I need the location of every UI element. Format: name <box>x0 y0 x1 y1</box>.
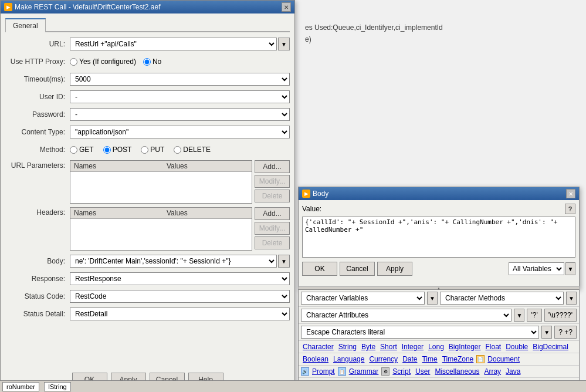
escape-chars-select[interactable]: Escape Characters literal <box>301 326 539 339</box>
type-byte[interactable]: Byte <box>360 343 377 351</box>
char-vars-select[interactable]: Character Variables <box>301 292 425 305</box>
body-select[interactable]: ne': 'DriftCenter Main','sessionId': "+ … <box>70 255 277 268</box>
headers-modify-button[interactable]: Modify... <box>255 222 290 235</box>
body-textarea[interactable]: {'callId': "+ SessionId +",'anis': "+ Ca… <box>302 217 575 258</box>
type-date[interactable]: Date <box>401 355 419 363</box>
type-document-item[interactable]: 📄 Document <box>476 355 521 363</box>
method-get-input[interactable] <box>70 146 77 154</box>
type-short[interactable]: Short <box>378 343 399 351</box>
headers-area: Headers: Names Values Add... Modify... D… <box>5 207 290 251</box>
body-value-row: Value: ? <box>302 204 575 214</box>
body-label: Body: <box>5 257 70 265</box>
body-apply-button[interactable]: Apply <box>377 262 412 276</box>
type-timezone[interactable]: TimeZone <box>441 355 476 363</box>
statuscode-row: Status Code: RestCode <box>5 289 290 303</box>
document-icon: 📄 <box>476 355 485 363</box>
status-item-1: roNumber <box>2 382 39 391</box>
type-array[interactable]: Array <box>482 367 503 376</box>
type-prompt[interactable]: Prompt <box>310 367 337 376</box>
proxy-no-radio[interactable]: No <box>143 58 161 66</box>
type-user[interactable]: User <box>414 367 432 376</box>
proxy-yes-input[interactable] <box>70 58 77 66</box>
proxy-no-input[interactable] <box>143 58 151 66</box>
type-long[interactable]: Long <box>426 343 446 351</box>
type-bigdecimal[interactable]: BigDecimal <box>531 343 570 351</box>
body-cancel-button[interactable]: Cancel <box>340 262 375 276</box>
type-grammar[interactable]: Grammar <box>347 367 381 376</box>
body-dialog-close-button[interactable]: ✕ <box>566 189 575 198</box>
unicode-mark-button[interactable]: '\u????' <box>544 309 577 322</box>
type-biginteger[interactable]: BigInteger <box>447 343 483 351</box>
char-methods-expand[interactable]: ▼ <box>566 292 577 305</box>
headers-col1-header: Names <box>70 208 163 219</box>
timeout-row: Timeout(ms): 5000 <box>5 72 290 86</box>
type-string[interactable]: String <box>337 343 358 351</box>
urlparams-delete-button[interactable]: Delete <box>255 190 290 202</box>
status-bar: roNumber IString <box>0 380 586 392</box>
headers-table: Names Values <box>70 208 252 219</box>
urlparams-add-button[interactable]: Add... <box>255 160 290 173</box>
type-integer[interactable]: Integer <box>400 343 425 351</box>
operators-button[interactable]: ? +? <box>554 326 577 339</box>
type-prompt-item[interactable]: 🔊 Prompt <box>301 367 337 376</box>
proxy-yes-radio[interactable]: Yes (If configured) <box>70 58 136 66</box>
body-expand-button[interactable]: ▼ <box>278 255 290 268</box>
char-methods-select[interactable]: Character Methods <box>440 292 564 305</box>
type-float[interactable]: Float <box>484 343 503 351</box>
type-document[interactable]: Document <box>486 355 521 363</box>
titlebar-left: ▶ Make REST Call - \default\DriftCenterT… <box>4 3 161 11</box>
userid-select[interactable]: - <box>70 90 290 103</box>
allvars-select[interactable]: All Variables <box>509 262 564 275</box>
method-get-radio[interactable]: GET <box>70 146 94 154</box>
timeout-select[interactable]: 5000 <box>70 73 290 86</box>
type-time[interactable]: Time <box>420 355 439 363</box>
type-miscellaneous[interactable]: Miscellaneous <box>433 367 481 376</box>
response-control: RestResponse <box>70 272 290 285</box>
type-double[interactable]: Double <box>504 343 530 351</box>
proxy-no-label: No <box>153 58 161 66</box>
method-delete-radio[interactable]: DELETE <box>174 146 211 154</box>
body-help-button[interactable]: ? <box>565 204 575 214</box>
method-post-radio[interactable]: POST <box>103 146 132 154</box>
body-titlebar-left: ▶ Body <box>302 190 328 198</box>
proxy-radio-group: Yes (If configured) No <box>70 58 161 66</box>
char-attrs-expand[interactable]: ▼ <box>514 309 524 322</box>
prompt-icon: 🔊 <box>301 367 309 376</box>
method-put-input[interactable] <box>141 146 148 154</box>
type-grammar-item[interactable]: 📋 Grammar <box>338 367 381 376</box>
password-select[interactable]: - <box>70 108 290 121</box>
userid-label: User ID: <box>5 93 70 101</box>
char-vars-expand[interactable]: ▼ <box>427 292 438 305</box>
body-ok-button[interactable]: OK <box>302 262 337 276</box>
method-delete-input[interactable] <box>174 146 181 154</box>
tab-general[interactable]: General <box>5 18 46 32</box>
type-script[interactable]: Script <box>391 367 412 376</box>
response-select[interactable]: RestResponse <box>70 272 290 285</box>
vars-row-3: Escape Characters literal ▼ ? +? <box>299 324 579 341</box>
contenttype-label: Content Type: <box>5 128 70 136</box>
question-mark-button[interactable]: '?' <box>527 309 541 322</box>
dialog-close-button[interactable]: ✕ <box>282 2 291 12</box>
type-language[interactable]: Language <box>331 355 366 363</box>
url-select[interactable]: RestUrl +"api/Calls" <box>70 38 277 50</box>
method-put-radio[interactable]: PUT <box>141 146 164 154</box>
type-script-item[interactable]: ⚙ Script <box>381 367 412 376</box>
contenttype-select[interactable]: "application/json" <box>70 126 290 138</box>
type-java[interactable]: Java <box>504 367 522 376</box>
body-dialog-titlebar: ▶ Body ✕ <box>299 187 579 200</box>
urlparams-modify-button[interactable]: Modify... <box>255 175 290 188</box>
escape-chars-expand[interactable]: ▼ <box>541 326 552 339</box>
type-boolean[interactable]: Boolean <box>301 355 330 363</box>
statusdetail-select[interactable]: RestDetail <box>70 307 290 320</box>
type-character[interactable]: Character <box>301 343 336 351</box>
headers-delete-button[interactable]: Delete <box>255 236 290 249</box>
statuscode-select[interactable]: RestCode <box>70 290 290 303</box>
method-post-input[interactable] <box>103 146 111 154</box>
urlparams-label: URL Parameters: <box>5 160 70 170</box>
url-expand-button[interactable]: ▼ <box>278 38 290 50</box>
type-currency[interactable]: Currency <box>367 355 399 363</box>
headers-add-button[interactable]: Add... <box>255 207 290 220</box>
allvars-expand-button[interactable]: ▼ <box>565 262 575 275</box>
char-attrs-select[interactable]: Character Attributes <box>301 309 512 322</box>
tab-bar: General <box>5 18 290 32</box>
